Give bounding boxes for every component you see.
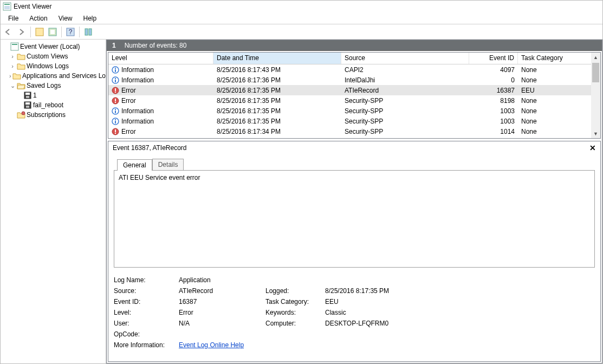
navigation-tree[interactable]: Event Viewer (Local) › Custom Views › Wi… xyxy=(1,40,106,363)
event-log-help-link[interactable]: Event Log Online Help xyxy=(179,341,244,349)
col-eventid[interactable]: Event ID xyxy=(469,53,518,64)
cell-eventid: 4097 xyxy=(469,66,518,74)
cell-date: 8/25/2016 8:17:35 PM xyxy=(213,97,341,105)
table-row[interactable]: Error8/25/2016 8:17:35 PMATIeRecord16387… xyxy=(108,85,600,95)
cell-eventid: 1014 xyxy=(469,128,518,135)
scroll-track[interactable] xyxy=(591,62,600,129)
table-row[interactable]: Information8/25/2016 8:17:36 PMIntelDalJ… xyxy=(108,75,600,85)
svg-rect-33 xyxy=(115,109,116,110)
content-area: Event Viewer (Local) › Custom Views › Wi… xyxy=(1,40,602,363)
tree-item-saved-logs[interactable]: ⌄ Saved Logs xyxy=(1,81,106,90)
svg-rect-38 xyxy=(115,129,116,132)
cell-level: Error xyxy=(108,97,213,105)
expand-icon[interactable]: › xyxy=(9,73,11,79)
cell-level: Information xyxy=(108,76,213,84)
folder-icon xyxy=(17,62,25,70)
cell-level: Information xyxy=(108,107,213,115)
svg-rect-17 xyxy=(26,106,29,108)
svg-rect-39 xyxy=(115,133,116,134)
cell-source: Security-SPP xyxy=(341,128,469,135)
cell-source: ATIeRecord xyxy=(341,87,469,94)
table-row[interactable]: Error8/25/2016 8:17:35 PMSecurity-SPP819… xyxy=(108,95,600,106)
event-properties: Log Name: Application Source: ATIeRecord… xyxy=(114,276,595,349)
svg-rect-1 xyxy=(4,4,10,5)
menu-file[interactable]: File xyxy=(3,14,24,23)
logged-label: Logged: xyxy=(265,287,320,295)
close-icon[interactable]: ✕ xyxy=(589,144,596,152)
forward-button[interactable] xyxy=(16,26,28,38)
expand-icon[interactable]: › xyxy=(9,53,16,60)
error-icon xyxy=(112,128,119,135)
cell-source: CAPI2 xyxy=(341,66,469,74)
cell-level: Error xyxy=(108,87,213,94)
cell-taskcat: None xyxy=(518,118,599,125)
cell-source: IntelDalJhi xyxy=(341,76,469,84)
svg-rect-13 xyxy=(25,93,30,95)
col-level[interactable]: Level xyxy=(108,53,213,64)
cell-source: Security-SPP xyxy=(341,107,469,115)
user-label: User: xyxy=(114,320,173,327)
tree-label: Event Viewer (Local) xyxy=(20,43,80,50)
col-source[interactable]: Source xyxy=(341,53,469,64)
table-row[interactable]: Information8/25/2016 8:17:35 PMSecurity-… xyxy=(108,116,600,126)
svg-rect-21 xyxy=(115,68,116,69)
list-header: Level Date and Time Source Event ID Task… xyxy=(108,53,600,64)
expand-icon[interactable]: › xyxy=(9,63,16,69)
table-row[interactable]: Information8/25/2016 8:17:35 PMSecurity-… xyxy=(108,106,600,116)
tab-general[interactable]: General xyxy=(117,159,152,171)
event-title: Event 16387, ATIeRecord xyxy=(113,144,187,152)
toolbar-btn-1[interactable] xyxy=(34,26,46,38)
scroll-down-icon[interactable]: ▼ xyxy=(591,129,600,138)
table-row[interactable]: Error8/25/2016 8:17:34 PMSecurity-SPP101… xyxy=(108,126,600,136)
tree-item-subscriptions[interactable]: Subscriptions xyxy=(1,110,106,120)
toolbar-btn-4[interactable] xyxy=(82,26,94,38)
tree-item-savedlog-failreboot[interactable]: fail_reboot xyxy=(1,100,106,110)
svg-rect-9 xyxy=(89,29,92,35)
cell-taskcat: None xyxy=(518,97,599,105)
table-row[interactable]: Information8/25/2016 8:17:43 PMCAPI24097… xyxy=(108,64,600,75)
svg-rect-2 xyxy=(4,6,10,9)
cell-date: 8/25/2016 8:17:36 PM xyxy=(213,76,341,84)
logname-value: Application xyxy=(179,276,260,284)
tab-details[interactable]: Details xyxy=(152,159,184,171)
info-icon xyxy=(112,66,119,74)
tree-label: Windows Logs xyxy=(27,62,69,70)
scroll-thumb[interactable] xyxy=(592,63,599,82)
folder-icon xyxy=(17,52,25,61)
logname-label: Log Name: xyxy=(114,276,173,284)
menu-help[interactable]: Help xyxy=(78,14,102,23)
tree-item-savedlog-1[interactable]: 1 xyxy=(1,90,106,100)
col-taskcat[interactable]: Task Category xyxy=(518,53,599,64)
scrollbar[interactable]: ▲ ▼ xyxy=(591,53,600,138)
tree-item-windows-logs[interactable]: › Windows Logs xyxy=(1,61,106,71)
scroll-up-icon[interactable]: ▲ xyxy=(591,53,600,62)
taskcat-value: EEU xyxy=(325,298,423,306)
cell-taskcat: EEU xyxy=(518,87,599,94)
detail-panel: 1 Number of events: 80 Level Date and Ti… xyxy=(106,40,602,363)
toolbar-separator xyxy=(79,27,80,37)
app-icon xyxy=(3,2,11,11)
taskcat-label: Task Category: xyxy=(265,298,320,306)
col-date[interactable]: Date and Time xyxy=(213,53,341,64)
svg-rect-35 xyxy=(115,121,116,123)
count-bar: 1 Number of events: 80 xyxy=(107,40,602,51)
save-icon xyxy=(23,101,32,109)
event-detail-header: Event 16387, ATIeRecord ✕ xyxy=(108,141,600,154)
logged-value: 8/25/2016 8:17:35 PM xyxy=(325,287,423,295)
event-description: ATI EEU Service event error xyxy=(114,170,595,268)
toolbar-btn-2[interactable] xyxy=(47,26,59,38)
event-detail-pane: Event 16387, ATIeRecord ✕ General Detail… xyxy=(108,141,601,362)
menu-view[interactable]: View xyxy=(53,14,78,23)
tree-item-custom-views[interactable]: › Custom Views xyxy=(1,51,106,61)
back-button[interactable] xyxy=(3,26,15,38)
moreinfo-label: More Information: xyxy=(114,341,173,349)
menu-action[interactable]: Action xyxy=(24,14,53,23)
toolbar-btn-3[interactable]: ? xyxy=(64,26,76,38)
list-body[interactable]: Information8/25/2016 8:17:43 PMCAPI24097… xyxy=(108,64,600,138)
tree-item-app-services[interactable]: › Applications and Services Lo xyxy=(1,71,106,81)
event-list: Level Date and Time Source Event ID Task… xyxy=(108,52,601,139)
svg-rect-32 xyxy=(115,110,116,113)
tree-root[interactable]: Event Viewer (Local) xyxy=(1,42,106,51)
source-label: Source: xyxy=(114,287,173,295)
collapse-icon[interactable]: ⌄ xyxy=(9,82,16,89)
